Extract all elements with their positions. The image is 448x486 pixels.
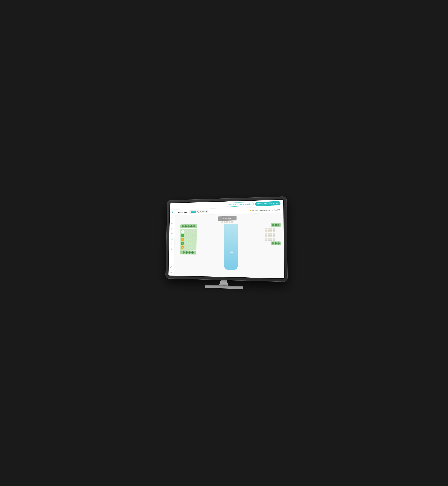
lounge-row [265, 236, 281, 237]
bar-stool [226, 221, 228, 223]
bar-stool [231, 221, 233, 223]
sidebar-item-map[interactable] [170, 237, 174, 240]
bar-stool [224, 221, 226, 223]
available-dot [272, 209, 273, 211]
monitor-screen: + New House Guest Reservation Manage Inv… [168, 200, 284, 278]
pool-bar: POOL BAR [218, 216, 237, 221]
sidebar-item-eye[interactable] [169, 271, 173, 274]
checked-in-dot [260, 210, 262, 211]
sidebar-item-help[interactable] [169, 266, 173, 269]
apple-logo:  [223, 276, 225, 279]
today-badge: TODAY [191, 211, 196, 213]
lounge-row [265, 231, 281, 232]
sidebar-item-document[interactable] [170, 253, 173, 256]
chevron-down-icon: ▾ [206, 211, 207, 212]
sidebar-item-house[interactable] [170, 232, 174, 235]
pool-bar-label: POOL BAR [223, 218, 231, 219]
map-area: Seating Map TODAY Sep 28, 2022 ▾ Re [174, 207, 284, 278]
app-logo: R [172, 211, 173, 214]
sidebar-item-calendar[interactable] [170, 227, 174, 230]
cabana-C1[interactable]: C1 [181, 230, 196, 233]
cabana-C4[interactable]: C4 [181, 242, 196, 245]
svg-point-5 [170, 266, 172, 268]
legend-reserved: Reserved [250, 210, 258, 211]
pool-area: POOL [224, 224, 238, 270]
lounge-row [265, 228, 281, 229]
cabana-C5[interactable]: C5 [181, 245, 196, 249]
lounge-row [265, 233, 281, 234]
bar-stool [229, 221, 231, 223]
reserved-label: Reserved [252, 210, 258, 211]
checked-in-label: Checked-in [262, 209, 270, 211]
legend-available: Available [272, 209, 280, 211]
svg-point-7 [171, 272, 171, 273]
svg-point-4 [171, 262, 172, 262]
sidebar-item-location[interactable] [170, 247, 173, 251]
bar-stool [221, 221, 223, 223]
cabana-C3[interactable]: C3 [181, 238, 196, 241]
lounge-row [265, 229, 281, 231]
monitor-neck [219, 280, 228, 285]
cabana-C2[interactable]: C2 [181, 234, 196, 237]
right-section [265, 223, 281, 245]
pool-map: POOL BAR [174, 213, 284, 278]
available-label: Available [274, 209, 280, 211]
left-section: C1 [180, 224, 197, 255]
svg-rect-2 [171, 228, 173, 229]
sidebar-item-megaphone[interactable] [170, 242, 174, 245]
legend-checked-in: Checked-in [260, 209, 270, 211]
reserved-dot [250, 210, 251, 211]
lounge-row [265, 235, 281, 236]
monitor-base [205, 285, 243, 289]
legend: Reserved Checked-in Available [250, 209, 280, 211]
sidebar-item-clock[interactable] [170, 222, 174, 225]
new-reservation-button[interactable]: + New House Guest Reservation [226, 202, 254, 207]
main-content: R [168, 207, 284, 278]
sidebar-item-settings[interactable] [170, 260, 173, 264]
lounge-row [265, 238, 281, 239]
bar-chairs [221, 221, 233, 223]
svg-point-0 [172, 218, 173, 219]
pool-label: POOL [229, 251, 233, 253]
svg-point-3 [171, 249, 172, 249]
date-selector[interactable]: TODAY Sep 28, 2022 ▾ [189, 210, 208, 214]
sidebar-item-home[interactable] [171, 217, 174, 220]
map-title: Seating Map [178, 211, 187, 213]
date-value: Sep 28, 2022 [197, 211, 205, 213]
manage-inventory-button[interactable]: Manage Inventory & Pricing [255, 201, 280, 206]
lounge-row [265, 240, 281, 241]
